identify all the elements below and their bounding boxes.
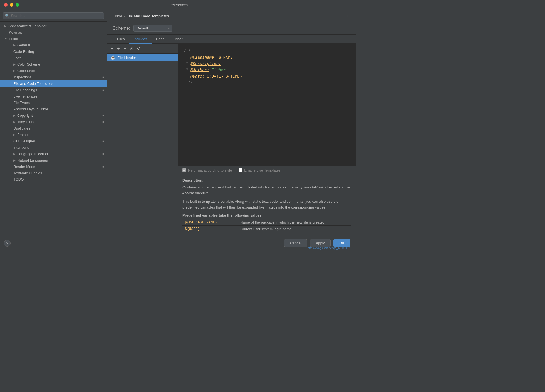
sidebar-item-live-templates[interactable]: Live Templates — [0, 93, 107, 100]
add-template-button[interactable]: + — [109, 46, 115, 52]
nav-back-button[interactable]: ← — [335, 13, 342, 19]
description-text-1: Contains a code fragment that can be inc… — [182, 185, 351, 196]
sidebar-item-natural-languages[interactable]: ▶ Natural Languages — [0, 157, 107, 163]
java-file-icon: ☕ — [110, 55, 115, 60]
live-templates-checkbox[interactable] — [239, 168, 242, 172]
sidebar-item-duplicates[interactable]: Duplicates — [0, 125, 107, 132]
sidebar-item-inspections[interactable]: Inspections ■ — [0, 74, 107, 80]
add-from-button[interactable]: + — [116, 46, 121, 52]
sidebar: 🔍 ▶ Appearance & Behavior Keymap ▼ Edito… — [0, 10, 107, 236]
window-controls — [4, 3, 19, 7]
file-item-file-header[interactable]: ☕ File Header — [107, 54, 178, 61]
help-button[interactable]: ? — [4, 240, 11, 247]
tab-includes[interactable]: Includes — [129, 35, 151, 44]
sidebar-item-textmate-bundles[interactable]: TextMate Bundles — [0, 170, 107, 176]
sidebar-item-color-scheme[interactable]: ▶ Color Scheme — [0, 61, 107, 68]
variables-table: ${PACKAGE_NAME} Name of the package in w… — [182, 219, 351, 232]
sidebar-item-file-types[interactable]: File Types — [0, 100, 107, 106]
window-title: Preferences — [168, 3, 188, 7]
scheme-select[interactable]: Default Project — [133, 25, 172, 32]
sidebar-item-label: Editor — [9, 37, 18, 41]
reformat-checkbox[interactable] — [182, 168, 186, 172]
expand-arrow: ▶ — [13, 44, 16, 47]
reset-template-button[interactable]: ↺ — [135, 46, 142, 52]
scheme-select-wrap: Default Project — [133, 25, 172, 32]
nav-arrows: ← → — [335, 13, 350, 19]
breadcrumb: Editor › File and Code Templates — [113, 14, 169, 18]
sidebar-item-android-layout-editor[interactable]: Android Layout Editor — [0, 106, 107, 112]
file-list-panel: + + − ⎘ ↺ ☕ File Header — [107, 44, 178, 236]
sidebar-item-keymap[interactable]: Keymap — [0, 29, 107, 36]
sidebar-item-label: Copyright — [17, 113, 33, 118]
remove-template-button[interactable]: − — [122, 46, 128, 52]
nav-forward-button[interactable]: → — [344, 13, 350, 19]
sidebar-item-label: Natural Languages — [17, 158, 48, 162]
sidebar-item-code-style[interactable]: ▶ Code Style — [0, 68, 107, 74]
tab-files[interactable]: Files — [113, 35, 129, 44]
main-container: 🔍 ▶ Appearance & Behavior Keymap ▼ Edito… — [0, 10, 356, 236]
sidebar-item-label: Appearance & Behavior — [8, 24, 46, 28]
sidebar-item-label: Android Layout Editor — [13, 107, 48, 111]
sidebar-tree: ▶ Appearance & Behavior Keymap ▼ Editor … — [0, 22, 107, 236]
tab-other[interactable]: Other — [169, 35, 187, 44]
sidebar-item-general[interactable]: ▶ General — [0, 42, 107, 48]
sidebar-item-todo[interactable]: TODO — [0, 176, 107, 183]
sidebar-item-file-encodings[interactable]: File Encodings ■ — [0, 87, 107, 93]
expand-arrow: ▼ — [4, 37, 7, 40]
maximize-button[interactable] — [16, 3, 19, 7]
expand-arrow: ▶ — [13, 114, 16, 117]
sidebar-item-label: File Types — [13, 101, 30, 105]
sidebar-item-language-injections[interactable]: ▶ Language Injections ■ — [0, 151, 107, 157]
search-input[interactable] — [3, 12, 104, 19]
sidebar-item-emmet[interactable]: ▶ Emmet — [0, 132, 107, 138]
description-title: Description: — [182, 178, 351, 182]
sidebar-item-label: General — [17, 43, 30, 47]
close-button[interactable] — [4, 3, 8, 7]
sidebar-item-copyright[interactable]: ▶ Copyright ■ — [0, 112, 107, 119]
sidebar-item-reader-mode[interactable]: Reader Mode ■ — [0, 163, 107, 170]
sidebar-item-editor[interactable]: ▼ Editor — [0, 36, 107, 42]
sidebar-item-file-and-code-templates[interactable]: File and Code Templates — [0, 80, 107, 87]
tab-code[interactable]: Code — [152, 35, 169, 44]
badge-icon: ■ — [102, 152, 104, 155]
search-box: 🔍 — [0, 10, 107, 22]
sidebar-item-label: Code Editing — [13, 49, 34, 54]
badge-icon: ■ — [102, 120, 104, 123]
expand-arrow: ▶ — [13, 133, 16, 136]
expand-arrow: ▶ — [13, 120, 16, 123]
cancel-button[interactable]: Cancel — [284, 239, 307, 247]
sidebar-item-label: Inlay Hints — [17, 120, 34, 124]
breadcrumb-parent[interactable]: Editor — [113, 14, 122, 18]
table-row: ${PACKAGE_NAME} Name of the package in w… — [182, 219, 351, 226]
live-templates-label: Enable Live Templates — [244, 168, 281, 172]
file-list: ☕ File Header — [107, 54, 178, 236]
search-wrapper: 🔍 — [3, 12, 104, 19]
editor-panel: /** * @ClassName: ${NAME} * @Description… — [178, 44, 356, 236]
url-hint: https://blog.csdn.net/qq_40977118 — [308, 247, 350, 250]
breadcrumb-current: File and Code Templates — [127, 14, 169, 18]
sidebar-item-appearance[interactable]: ▶ Appearance & Behavior — [0, 23, 107, 29]
sidebar-item-font[interactable]: Font — [0, 55, 107, 61]
minimize-button[interactable] — [10, 3, 13, 7]
apply-button[interactable]: Apply — [310, 239, 331, 247]
badge-icon: ■ — [102, 76, 104, 79]
badge-icon: ■ — [102, 114, 104, 117]
copy-template-button[interactable]: ⎘ — [129, 46, 134, 52]
sidebar-item-label: TODO — [13, 177, 24, 182]
file-item-label: File Header — [117, 56, 136, 60]
expand-arrow: ▶ — [13, 69, 16, 72]
sidebar-item-gui-designer[interactable]: GUI Designer ■ — [0, 138, 107, 144]
sidebar-item-label: TextMate Bundles — [13, 171, 42, 175]
sidebar-item-inlay-hints[interactable]: ▶ Inlay Hints ■ — [0, 119, 107, 125]
titlebar: Preferences — [0, 0, 356, 10]
badge-icon: ■ — [102, 88, 104, 91]
var-desc: Name of the package in which the new fil… — [238, 219, 351, 226]
badge-icon: ■ — [102, 140, 104, 143]
sidebar-item-label: Keymap — [9, 30, 22, 34]
var-desc: Current user system login name — [238, 226, 351, 232]
ok-button[interactable]: OK — [333, 239, 350, 247]
sidebar-item-intentions[interactable]: Intentions — [0, 144, 107, 151]
expand-arrow: ▶ — [13, 63, 16, 66]
code-editor[interactable]: /** * @ClassName: ${NAME} * @Description… — [178, 44, 356, 166]
sidebar-item-code-editing[interactable]: Code Editing — [0, 48, 107, 55]
